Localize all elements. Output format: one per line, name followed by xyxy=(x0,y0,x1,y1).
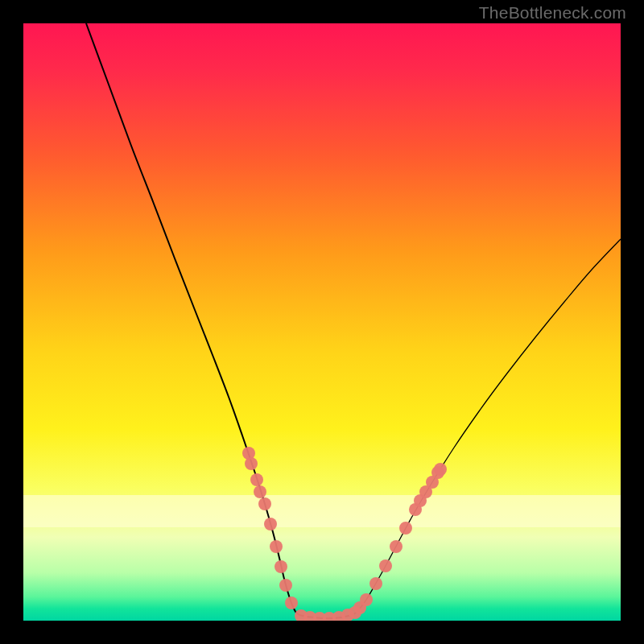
scatter-left xyxy=(242,447,298,609)
curve-right-branch xyxy=(355,239,621,613)
watermark-text: TheBottleneck.com xyxy=(479,3,626,23)
data-point xyxy=(245,457,258,470)
data-point xyxy=(399,522,412,535)
data-point xyxy=(390,540,402,553)
data-point xyxy=(434,463,447,476)
data-point xyxy=(369,577,382,590)
data-point xyxy=(285,597,298,609)
data-point xyxy=(250,473,263,486)
curve-svg xyxy=(23,23,621,621)
data-point xyxy=(379,559,392,572)
data-point xyxy=(275,560,287,573)
data-point xyxy=(270,540,283,553)
data-point xyxy=(360,593,373,606)
chart-frame: TheBottleneck.com xyxy=(0,0,644,644)
data-point xyxy=(264,518,277,530)
scatter-valley xyxy=(295,606,361,621)
data-point xyxy=(279,579,292,592)
plot-area xyxy=(23,23,621,621)
data-point xyxy=(254,485,266,498)
data-point xyxy=(258,497,271,510)
